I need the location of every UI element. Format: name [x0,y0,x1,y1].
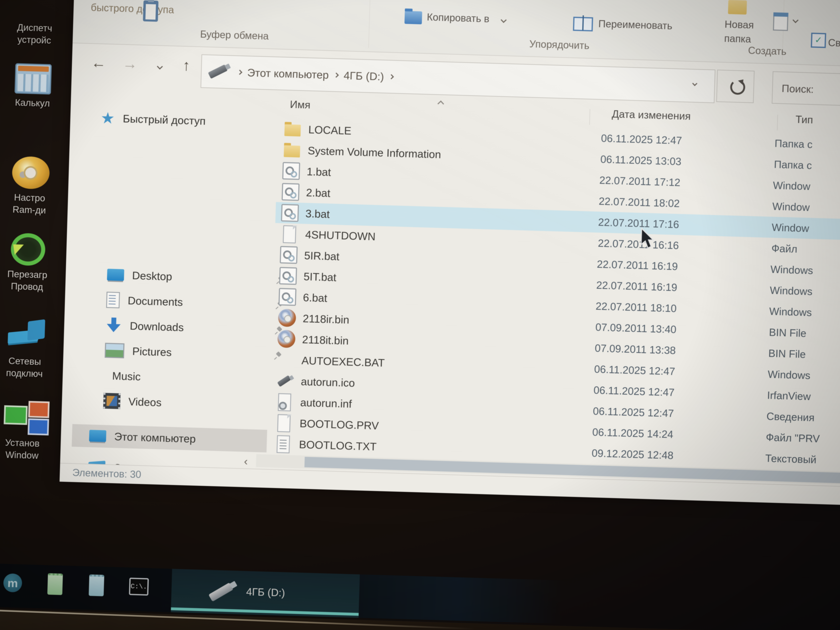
address-dropdown-icon[interactable] [692,81,697,86]
column-header-name[interactable]: Имя [290,98,311,111]
file-date-modified: 09.12.2025 12:48 [591,447,765,464]
taskbar-active-label: 4ГБ (D:) [246,586,285,599]
sidebar: ★ Быстрый доступ Desktop Documents [60,92,279,487]
quick-access-star-icon: ★ [101,112,115,125]
breadcrumb-drive[interactable]: 4ГБ (D:) [343,69,384,83]
desktop-icon-image [4,319,47,353]
refresh-icon [730,80,745,95]
taskbar-active-window-button[interactable]: 4ГБ (D:) [171,569,360,618]
desktop-icon-image [11,233,46,266]
up-icon[interactable]: ↑ [182,57,190,74]
file-date-modified: 22.07.2011 17:16 [598,216,772,233]
file-type: Windows [770,284,813,297]
pin-quick-access-button[interactable]: быстрого доступа [91,2,174,16]
explorer-window: быстрого доступа Вставить Копировать в П… [60,0,840,504]
file-type: Windows [771,263,813,276]
column-header-type[interactable]: Тип [795,113,813,126]
recent-locations-dropdown-icon[interactable] [157,63,163,69]
desktop-icon[interactable]: Сетевы подключ [0,319,65,381]
file-type: Папка с [774,158,812,172]
refresh-button[interactable] [716,69,755,103]
sidebar-quick-access-label: Быстрый доступ [123,112,206,127]
file-icon [283,141,301,159]
file-icon [281,204,299,222]
file-date-modified: 22.07.2011 18:10 [595,300,769,317]
paste-icon[interactable] [143,0,158,22]
taskbar-notepad-green-icon[interactable] [45,573,65,595]
file-type: Window [773,179,810,192]
sidebar-item-this-pc[interactable]: Этот компьютер [61,424,297,453]
rename-button[interactable]: Переименовать [598,18,673,32]
forward-icon[interactable]: → [122,55,137,73]
file-type: Window [772,200,810,213]
address-bar[interactable]: Этот компьютер 4ГБ (D:) [201,54,715,103]
sidebar-item-label: Documents [128,294,183,308]
file-date-modified: 06.11.2025 12:47 [593,405,767,422]
breadcrumb-this-pc[interactable]: Этот компьютер [247,66,329,81]
desktop-icon-image [0,16,73,20]
file-icon [280,246,298,264]
desktop-icon-image [14,63,52,95]
desktop-icon-label-line1: Установ [0,436,61,450]
file-icon [281,225,299,243]
file-type: BIN File [768,347,806,360]
new-folder-icon[interactable] [728,0,747,14]
ribbon-group-label: Создать [748,44,787,57]
new-folder-button-line1[interactable]: Новая [725,18,754,31]
desktop-icon[interactable]: Настро Ram-ди [0,155,69,217]
new-item-icon[interactable] [773,12,788,31]
file-icon [278,288,297,306]
sidebar-quick-access[interactable]: ★ Быстрый доступ [70,106,309,135]
new-item-dropdown-icon[interactable] [793,17,799,23]
desktop-icon-label-line1: Диспетч [0,21,73,35]
usb-drive-icon [208,583,234,602]
breadcrumb-chevron-icon [389,74,394,79]
file-type: Текстовый [765,452,816,466]
copy-to-button[interactable]: Копировать в [427,11,489,25]
ribbon-group-label: Упорядочить [529,38,590,52]
desktop-icon[interactable]: Калькул [0,63,72,110]
new-folder-button-line2[interactable]: папка [724,33,751,45]
properties-icon[interactable]: ✓ [811,33,826,48]
desktop-icon[interactable]: Установ Window [0,399,62,462]
taskbar-cmd-icon[interactable]: C:\. [129,575,149,598]
file-type: BIN File [769,326,807,339]
properties-button[interactable]: Св [828,37,840,49]
file-icon [276,372,294,390]
file-type: Windows [767,368,810,381]
file-icon [275,393,294,411]
file-date-modified: 06.11.2025 12:47 [594,363,768,380]
paste-button-label[interactable]: Вставить [161,0,204,1]
file-type: Window [772,221,809,234]
taskbar-notepad-blue-icon[interactable] [87,574,106,597]
copy-to-dropdown-icon[interactable] [501,17,507,23]
file-type: Сведения [766,410,815,424]
back-icon[interactable]: ← [91,54,106,71]
sidebar-item-icon [103,393,120,409]
file-date-modified: 06.11.2025 12:47 [594,384,767,401]
file-type: Файл [771,242,797,255]
file-icon [277,330,295,348]
desktop-icon-label-line1: Настро [0,191,68,205]
file-date-modified: 06.11.2025 12:47 [601,132,775,149]
desktop-icon[interactable]: Перезагр Провод [0,232,67,294]
sidebar-item-icon [106,317,122,333]
file-icon [278,309,296,327]
column-header-date[interactable]: Дата изменения [612,108,691,122]
file-name: BOOTLOG.TXT [299,438,592,459]
search-input[interactable]: Поиск: [772,71,840,106]
file-list: Имя Дата изменения Тип LOCALE 06.11.2025… [268,98,840,504]
desktop-icon[interactable]: Диспетч устройс [0,16,73,47]
rename-icon[interactable] [573,17,593,32]
desktop-icon-label-line1: Калькул [0,96,71,110]
file-date-modified: 06.11.2025 14:24 [592,426,766,443]
sidebar-item-label: Videos [128,395,162,409]
copy-to-icon[interactable] [404,11,422,24]
taskbar-m-app-icon[interactable]: m [3,572,23,594]
desktop-icon-label-line2: Провод [0,279,65,294]
file-type: Папка с [774,137,813,151]
scroll-left-icon[interactable]: ‹ [244,455,248,468]
items-count: Элементов: 30 [72,467,141,480]
file-icon [284,120,302,138]
photographed-screen: Диспетч устройс Калькул Настро Ram-ди Пе… [0,0,840,630]
